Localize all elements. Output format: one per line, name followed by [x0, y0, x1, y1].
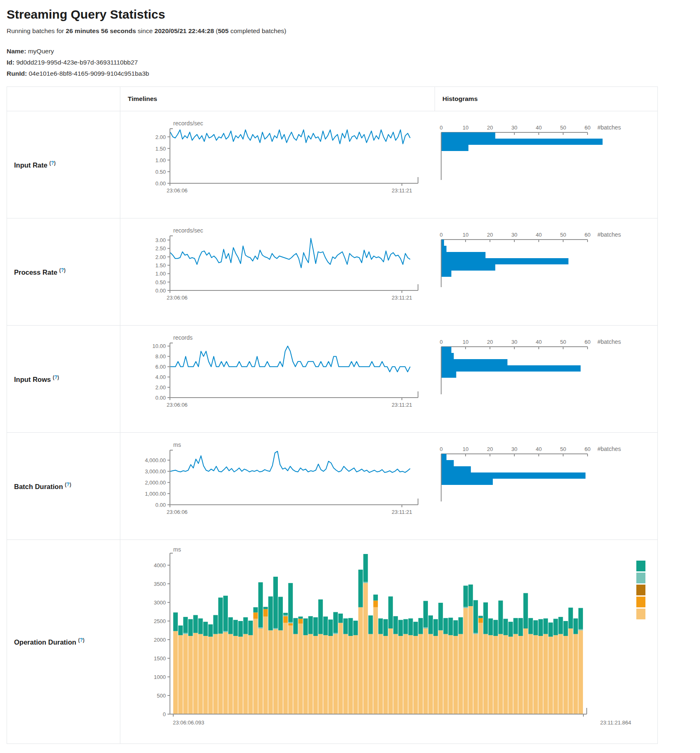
svg-text:3.00: 3.00 — [155, 237, 166, 243]
svg-text:20: 20 — [487, 232, 493, 238]
svg-text:0.50: 0.50 — [155, 279, 166, 285]
svg-text:60: 60 — [585, 339, 590, 345]
svg-text:2.00: 2.00 — [155, 134, 166, 140]
input-rows-label: Input Rows — [14, 376, 51, 383]
operation-duration-label: Operation Duration — [14, 638, 76, 646]
operation-duration-help-icon[interactable]: (?) — [78, 637, 84, 643]
svg-text:0.00: 0.00 — [155, 288, 166, 294]
svg-text:40: 40 — [536, 446, 542, 452]
svg-text:#batches: #batches — [597, 231, 621, 238]
svg-text:0.00: 0.00 — [155, 395, 166, 401]
svg-text:40: 40 — [536, 232, 542, 238]
svg-text:23:11:21.864: 23:11:21.864 — [600, 719, 631, 726]
batch-duration-help-icon[interactable]: (?) — [65, 482, 71, 487]
svg-text:20: 20 — [487, 125, 493, 131]
svg-text:4.00: 4.00 — [155, 374, 166, 380]
svg-text:records/sec: records/sec — [173, 120, 203, 127]
svg-text:4000: 4000 — [154, 562, 166, 568]
running-duration: 26 minutes 56 seconds — [66, 27, 136, 34]
input-rate-help-icon[interactable]: (?) — [49, 160, 55, 166]
svg-text:3,000.00: 3,000.00 — [145, 468, 166, 475]
svg-text:10: 10 — [463, 446, 468, 452]
svg-text:0: 0 — [440, 339, 442, 345]
legend-swatch-2 — [636, 585, 645, 595]
svg-text:0.00: 0.00 — [155, 502, 166, 508]
svg-text:#batches: #batches — [597, 446, 621, 452]
statistics-table: Timelines Histograms Input Rate (?) reco… — [7, 86, 658, 744]
svg-text:ms: ms — [173, 546, 181, 553]
batch-duration-timeline-and-histogram: ms4,000.003,000.002,000.001,000.000.0023… — [120, 435, 657, 538]
svg-text:50: 50 — [560, 125, 566, 131]
input-rows-help-icon[interactable]: (?) — [53, 374, 59, 380]
svg-text:23:06:06: 23:06:06 — [167, 187, 188, 194]
operation-duration-chart-cell: ms4000350030002500200015001000500023:06:… — [120, 540, 658, 744]
legend-swatch-3 — [636, 597, 645, 607]
svg-text:23:06:06: 23:06:06 — [167, 402, 188, 408]
svg-text:records/sec: records/sec — [173, 227, 203, 234]
legend-swatch-4 — [636, 609, 645, 619]
svg-text:6.00: 6.00 — [155, 364, 166, 370]
svg-text:ms: ms — [173, 441, 181, 448]
histograms-header: Histograms — [435, 87, 658, 111]
operation-duration-label-cell: Operation Duration (?) — [7, 540, 120, 744]
start-timestamp: 2020/05/21 22:44:28 — [155, 27, 214, 34]
svg-text:23:06:06: 23:06:06 — [167, 295, 188, 301]
query-id-label: Id: — [7, 59, 14, 66]
svg-text:1.00: 1.00 — [155, 271, 166, 277]
empty-header-cell — [7, 87, 120, 111]
batch-duration-label-cell: Batch Duration (?) — [7, 433, 120, 540]
svg-text:2000: 2000 — [154, 637, 166, 643]
table-row: Batch Duration (?) ms4,000.003,000.002,0… — [7, 433, 658, 540]
input-rows-label-cell: Input Rows (?) — [7, 326, 120, 433]
input-rate-timeline-and-histogram: records/sec2.001.501.000.500.0023:06:062… — [120, 114, 657, 216]
svg-text:2500: 2500 — [154, 618, 166, 624]
input-rate-label: Input Rate — [14, 161, 48, 169]
svg-text:2.00: 2.00 — [155, 254, 166, 260]
table-row: Process Rate (?) records/sec3.002.502.00… — [7, 218, 658, 326]
svg-text:records: records — [173, 334, 193, 341]
process-rate-help-icon[interactable]: (?) — [59, 267, 65, 273]
svg-text:2.50: 2.50 — [155, 245, 166, 252]
input-rows-timeline-and-histogram: records10.008.006.004.002.000.0023:06:06… — [120, 328, 657, 431]
svg-text:10: 10 — [463, 232, 468, 238]
svg-text:0: 0 — [440, 232, 442, 238]
legend-swatch-0 — [636, 561, 645, 571]
query-name-label: Name: — [7, 48, 26, 55]
running-batches-summary: Running batches for 26 minutes 56 second… — [7, 27, 693, 35]
batch-duration-label: Batch Duration — [14, 483, 63, 490]
operation-duration-stacked-chart: ms4000350030002500200015001000500023:06:… — [120, 542, 657, 742]
svg-text:30: 30 — [511, 446, 517, 452]
svg-text:50: 50 — [560, 232, 566, 238]
svg-text:4,000.00: 4,000.00 — [145, 457, 166, 463]
query-metadata: Name: myQuery Id: 9d0dd219-995d-423e-b97… — [7, 46, 693, 79]
svg-text:23:11:21: 23:11:21 — [392, 402, 412, 408]
svg-text:0: 0 — [163, 711, 166, 717]
streaming-query-statistics-page: { "page": { "title": "Streaming Query St… — [0, 0, 700, 744]
svg-text:1.00: 1.00 — [155, 157, 166, 163]
svg-text:10: 10 — [463, 125, 468, 131]
table-header-row: Timelines Histograms — [7, 87, 658, 111]
query-runid-value: 04e101e6-8bf8-4165-9099-9104c951ba3b — [27, 70, 149, 77]
svg-text:60: 60 — [585, 446, 590, 452]
svg-text:3500: 3500 — [154, 581, 166, 587]
svg-text:10: 10 — [463, 339, 468, 345]
process-rate-label-cell: Process Rate (?) — [7, 218, 120, 326]
svg-text:30: 30 — [511, 232, 517, 238]
svg-text:#batches: #batches — [597, 124, 621, 131]
query-name-row: Name: myQuery — [7, 46, 693, 57]
completed-batches-count: 505 — [218, 27, 229, 34]
svg-text:30: 30 — [511, 125, 517, 131]
input-rows-chart-cell: records10.008.006.004.002.000.0023:06:06… — [120, 326, 658, 433]
process-rate-chart-cell: records/sec3.002.502.001.501.000.500.002… — [120, 218, 658, 326]
svg-text:1000: 1000 — [154, 674, 166, 680]
svg-text:60: 60 — [585, 232, 590, 238]
svg-text:23:06:06: 23:06:06 — [167, 509, 188, 515]
svg-text:#batches: #batches — [597, 338, 621, 345]
svg-text:23:11:21: 23:11:21 — [392, 295, 412, 301]
svg-text:10.00: 10.00 — [152, 343, 166, 349]
svg-text:60: 60 — [585, 125, 590, 131]
svg-text:1500: 1500 — [154, 655, 166, 662]
table-row: Input Rows (?) records10.008.006.004.002… — [7, 326, 658, 433]
svg-text:1,000.00: 1,000.00 — [145, 491, 166, 497]
svg-text:40: 40 — [536, 125, 542, 131]
